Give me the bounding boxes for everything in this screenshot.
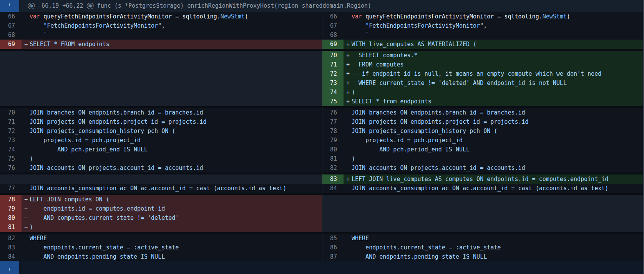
code-line[interactable]: JOIN accounts_consumption ac ON ac.accou… bbox=[352, 184, 608, 193]
code-line[interactable]: AND pch.period_end IS NULL bbox=[352, 145, 470, 154]
line-number[interactable]: 75 bbox=[322, 97, 344, 106]
expand-down-button[interactable]: ····· ↓ bbox=[0, 261, 19, 274]
code-line[interactable]: var queryFetchEndpointsForActivityMonito… bbox=[352, 12, 570, 21]
code-line[interactable]: ) bbox=[352, 88, 355, 97]
code-line[interactable]: AND pch.period_end IS NULL bbox=[30, 145, 148, 154]
line-number[interactable]: 71 bbox=[0, 117, 22, 126]
line-number[interactable]: 67 bbox=[0, 21, 22, 30]
line-number[interactable]: 80 bbox=[0, 213, 22, 223]
code-line[interactable]: JOIN projects_consumption_history pch ON… bbox=[30, 126, 175, 136]
line-number[interactable]: 82 bbox=[322, 163, 344, 173]
line-number[interactable]: 80 bbox=[322, 145, 344, 154]
diff-marker bbox=[344, 12, 352, 21]
diff-marker bbox=[22, 12, 30, 21]
code-line[interactable]: ) bbox=[30, 154, 33, 163]
line-number[interactable]: 68 bbox=[0, 30, 22, 40]
code-line[interactable]: WHERE bbox=[352, 234, 369, 243]
code-line[interactable]: WHERE bbox=[30, 234, 47, 243]
code-line[interactable]: SELECT * from endpoints bbox=[352, 97, 432, 106]
code-line[interactable]: -- if endpoint_id is null, it means an e… bbox=[352, 69, 601, 78]
line-number[interactable]: 77 bbox=[322, 117, 344, 126]
line-number[interactable]: 73 bbox=[322, 78, 344, 88]
code-line[interactable]: JOIN accounts ON projects.account_id = a… bbox=[30, 163, 203, 173]
line-number[interactable]: 70 bbox=[0, 108, 22, 117]
line-number[interactable]: 78 bbox=[322, 126, 344, 136]
line-number[interactable]: 81 bbox=[0, 223, 22, 232]
code-line[interactable]: AND endpoints.pending_state IS NULL bbox=[30, 252, 165, 261]
code-line[interactable]: JOIN branches ON endpoints.branch_id = b… bbox=[352, 108, 525, 117]
code-line[interactable]: ) bbox=[352, 154, 355, 163]
code-token: "FetchEndpointsForActivityMonitor" bbox=[43, 22, 161, 29]
code-line[interactable]: ) bbox=[30, 223, 33, 232]
line-number[interactable]: 66 bbox=[322, 12, 344, 21]
diff-side-left-spacer bbox=[0, 51, 322, 60]
line-number[interactable]: 82 bbox=[0, 234, 22, 243]
code-line[interactable]: endpoints.id = computes.endpoint_id bbox=[30, 204, 165, 213]
code-line[interactable]: SELECT computes.* bbox=[352, 51, 418, 60]
line-number[interactable]: 79 bbox=[322, 136, 344, 145]
code-line[interactable]: JOIN accounts_consumption ac ON ac.accou… bbox=[30, 184, 286, 193]
code-line[interactable]: "FetchEndpointsForActivityMonitor", bbox=[30, 21, 165, 30]
line-number[interactable]: 76 bbox=[322, 108, 344, 117]
code-line[interactable]: endpoints.current_state = :active_state bbox=[30, 243, 179, 252]
code-line[interactable]: JOIN branches ON endpoints.branch_id = b… bbox=[30, 108, 203, 117]
line-number[interactable]: 67 bbox=[322, 21, 344, 30]
code-line[interactable]: JOIN projects_consumption_history pch ON… bbox=[352, 126, 497, 136]
diff-row: 66var queryFetchEndpointsForActivityMoni… bbox=[0, 12, 644, 21]
line-number[interactable]: 83 bbox=[0, 243, 22, 252]
line-number[interactable]: 84 bbox=[322, 184, 344, 193]
line-number[interactable]: 69 bbox=[322, 40, 344, 49]
code-line[interactable]: FROM computes bbox=[352, 60, 403, 69]
line-number[interactable]: 87 bbox=[322, 252, 344, 261]
code-row-add: +SELECT * from endpoints bbox=[344, 97, 644, 106]
code-line[interactable]: var queryFetchEndpointsForActivityMonito… bbox=[30, 12, 248, 21]
diff-marker: + bbox=[344, 78, 352, 88]
code-line[interactable]: AND computes.current_state != 'deleted' bbox=[30, 213, 179, 223]
line-number[interactable]: 85 bbox=[322, 234, 344, 243]
code-row-ctx: var queryFetchEndpointsForActivityMonito… bbox=[344, 12, 644, 21]
code-line[interactable]: endpoints.current_state = :active_state bbox=[352, 243, 501, 252]
diff-side-left: 80− AND computes.current_state != 'delet… bbox=[0, 213, 322, 223]
code-line[interactable]: JOIN accounts ON projects.account_id = a… bbox=[352, 163, 525, 173]
code-token: , bbox=[483, 22, 487, 29]
code-line[interactable]: LEFT JOIN computes ON ( bbox=[30, 195, 110, 204]
line-number[interactable]: 73 bbox=[0, 136, 22, 145]
line-number[interactable]: 81 bbox=[322, 154, 344, 163]
code-row-ctx: WHERE bbox=[22, 234, 322, 243]
line-number[interactable]: 75 bbox=[0, 154, 22, 163]
expand-up-button[interactable]: ↑ ····· bbox=[0, 0, 19, 12]
code-line[interactable]: JOIN projects ON endpoints.project_id = … bbox=[30, 117, 207, 126]
code-line[interactable]: JOIN projects ON endpoints.project_id = … bbox=[352, 117, 529, 126]
line-number[interactable]: 78 bbox=[0, 195, 22, 204]
line-number[interactable]: 84 bbox=[0, 252, 22, 261]
line-number[interactable]: 74 bbox=[0, 145, 22, 154]
line-number[interactable]: 74 bbox=[322, 88, 344, 97]
line-number[interactable]: 83 bbox=[322, 174, 344, 184]
line-number[interactable]: 79 bbox=[0, 204, 22, 213]
code-line[interactable]: SELECT * FROM endpoints bbox=[30, 40, 110, 49]
line-number[interactable]: 71 bbox=[322, 60, 344, 69]
code-row-add: +) bbox=[344, 88, 644, 97]
line-number[interactable]: 68 bbox=[322, 30, 344, 40]
line-number[interactable]: 76 bbox=[0, 163, 22, 173]
line-number[interactable]: 77 bbox=[0, 184, 22, 193]
code-line[interactable]: AND endpoints.pending_state IS NULL bbox=[352, 252, 487, 261]
line-number[interactable]: 72 bbox=[322, 69, 344, 78]
line-number[interactable]: 66 bbox=[0, 12, 22, 21]
code-line[interactable]: projects.id = pch.project_id bbox=[352, 136, 463, 145]
line-number[interactable]: 86 bbox=[322, 243, 344, 252]
diff-marker bbox=[22, 21, 30, 30]
diff-marker bbox=[22, 136, 30, 145]
line-number[interactable]: 70 bbox=[322, 51, 344, 60]
line-number[interactable]: 69 bbox=[0, 40, 22, 49]
code-line[interactable]: ` bbox=[352, 30, 369, 40]
line-number[interactable]: 72 bbox=[0, 126, 22, 136]
code-line[interactable]: projects.id = pch.project_id bbox=[30, 136, 141, 145]
code-line[interactable]: LEFT JOIN live_computes AS computes ON e… bbox=[352, 174, 608, 184]
code-row-ctx: endpoints.current_state = :active_state bbox=[22, 243, 322, 252]
code-line[interactable]: ` bbox=[30, 30, 47, 40]
code-line[interactable]: WHERE current_state != 'deleted' AND end… bbox=[352, 78, 567, 88]
diff-row: 84 AND endpoints.pending_state IS NULL87… bbox=[0, 252, 644, 261]
code-line[interactable]: "FetchEndpointsForActivityMonitor", bbox=[352, 21, 487, 30]
code-line[interactable]: WITH live_computes AS MATERIALIZED ( bbox=[352, 40, 476, 49]
